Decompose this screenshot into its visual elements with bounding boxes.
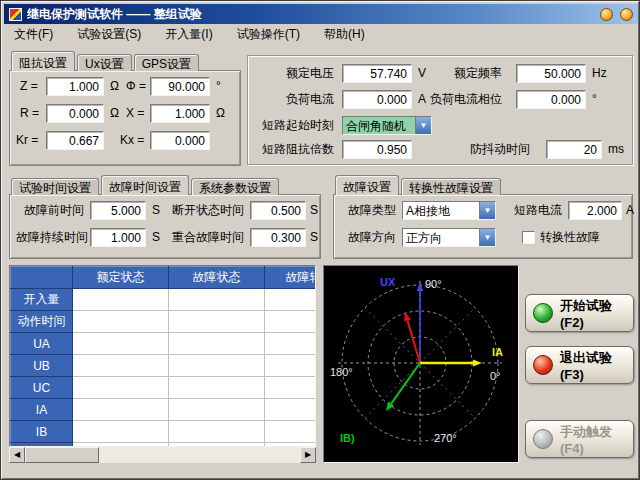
short-circuit-current-label: 短路电流 <box>514 201 562 220</box>
minimize-button[interactable] <box>600 8 613 21</box>
table-cell[interactable] <box>73 333 169 355</box>
rated-frequency-input[interactable] <box>516 64 586 83</box>
table-cell[interactable] <box>169 377 265 399</box>
menu-test-operation[interactable]: 试验操作(T) <box>237 26 300 43</box>
short-circuit-current-input[interactable] <box>568 201 622 220</box>
chevron-down-icon[interactable]: ▼ <box>479 229 495 246</box>
table-row[interactable]: UB <box>11 355 317 377</box>
x-input[interactable] <box>150 104 210 123</box>
open-state-time-label: 断开状态时间 <box>172 201 244 220</box>
table-cell[interactable] <box>73 399 169 421</box>
table-cell[interactable] <box>265 377 317 399</box>
open-state-time-input[interactable] <box>250 201 306 220</box>
tab-fault-time-settings[interactable]: 故障时间设置 <box>101 175 189 195</box>
table-hscrollbar[interactable]: ◀ ▶ <box>9 447 316 463</box>
table-row[interactable]: 动作时间 <box>11 311 317 333</box>
title-bar[interactable]: 继电保护测试软件 —— 整组试验 <box>4 4 638 24</box>
chevron-down-icon[interactable]: ▼ <box>479 202 495 219</box>
fault-direction-combo[interactable]: 正方向 ▼ <box>402 228 496 247</box>
menu-help[interactable]: 帮助(H) <box>324 26 365 43</box>
short-circuit-start-combo[interactable]: 合闸角随机 ▼ <box>342 116 432 135</box>
close-button[interactable] <box>620 8 633 21</box>
scrollbar-track[interactable] <box>99 447 300 463</box>
table-cell[interactable] <box>169 311 265 333</box>
load-phase-label: 负荷电流相位 <box>430 90 502 109</box>
rated-voltage-input[interactable] <box>342 64 412 83</box>
table-row[interactable]: IB <box>11 421 317 443</box>
app-icon <box>9 8 22 21</box>
pre-fault-time-input[interactable] <box>90 201 146 220</box>
table-cell[interactable] <box>265 399 317 421</box>
table-row[interactable]: UC <box>11 377 317 399</box>
exit-test-icon <box>533 355 553 375</box>
table-cell[interactable] <box>169 355 265 377</box>
table-cell[interactable] <box>169 421 265 443</box>
header-fault-transition: 故障转换 <box>265 267 317 289</box>
kr-input[interactable] <box>46 131 104 150</box>
convertible-fault-checkbox[interactable] <box>522 231 535 244</box>
rated-voltage-unit: V <box>418 64 426 83</box>
table-cell[interactable] <box>169 399 265 421</box>
debounce-time-label: 防抖动时间 <box>470 140 530 159</box>
fault-direction-value: 正方向 <box>403 229 479 246</box>
tab-fault-settings[interactable]: 故障设置 <box>335 175 399 195</box>
tab-system-param-settings[interactable]: 系统参数设置 <box>191 178 279 195</box>
ib-vector <box>386 363 420 411</box>
window-title: 继电保护测试软件 —— 整组试验 <box>27 6 593 23</box>
fault-tabstrip: 故障设置 转换性故障设置 <box>335 175 503 195</box>
short-circuit-start-label: 短路起始时刻 <box>262 116 334 135</box>
table-row[interactable]: 开入量 <box>11 289 317 311</box>
r-input[interactable] <box>46 104 104 123</box>
menu-test-settings[interactable]: 试验设置(S) <box>77 26 141 43</box>
table-row[interactable]: IA <box>11 399 317 421</box>
menu-bar: 文件(F) 试验设置(S) 开入量(I) 试验操作(T) 帮助(H) <box>4 25 638 44</box>
table-cell[interactable] <box>265 311 317 333</box>
menu-digital-input[interactable]: 开入量(I) <box>165 26 212 43</box>
table-cell[interactable] <box>169 289 265 311</box>
exit-test-button[interactable]: 退出试验(F3) <box>525 346 634 384</box>
tab-test-time-settings[interactable]: 试验时间设置 <box>11 178 99 195</box>
load-phase-input[interactable] <box>516 90 586 109</box>
kx-input[interactable] <box>150 131 210 150</box>
z-input[interactable] <box>46 77 104 96</box>
deg270-label: 270° <box>434 432 457 444</box>
fault-duration-input[interactable] <box>90 228 146 247</box>
table-row[interactable]: UA <box>11 333 317 355</box>
tab-impedance-settings[interactable]: 阻抗设置 <box>11 51 75 71</box>
table-cell[interactable] <box>73 289 169 311</box>
reclose-fault-time-input[interactable] <box>250 228 306 247</box>
start-test-icon <box>533 303 553 323</box>
results-table[interactable]: 额定状态 故障状态 故障转换 开入量 动作时间 UA UB UC IA IB I… <box>9 265 316 447</box>
start-test-button[interactable]: 开始试验(F2) <box>525 294 634 332</box>
table-cell[interactable] <box>169 333 265 355</box>
tab-ux-settings[interactable]: Ux设置 <box>77 54 132 71</box>
scrollbar-thumb[interactable] <box>25 447 99 463</box>
load-current-input[interactable] <box>342 90 412 109</box>
chevron-down-icon[interactable]: ▼ <box>415 117 431 134</box>
tab-convertible-fault-settings[interactable]: 转换性故障设置 <box>401 178 501 195</box>
tab-gps-settings[interactable]: GPS设置 <box>134 54 199 71</box>
phi-unit: ° <box>216 77 221 96</box>
table-cell[interactable] <box>265 333 317 355</box>
timing-tabbox: 试验时间设置 故障时间设置 系统参数设置 故障前时间 S 断开状态时间 S 故障… <box>9 175 321 259</box>
table-cell[interactable] <box>265 355 317 377</box>
z-label: Z = <box>20 77 38 96</box>
impedance-multiple-input[interactable] <box>342 140 412 159</box>
table-cell[interactable] <box>73 421 169 443</box>
table-cell[interactable] <box>265 421 317 443</box>
manual-trigger-button[interactable]: 手动触发(F4) <box>525 420 634 458</box>
menu-file[interactable]: 文件(F) <box>14 26 53 43</box>
scroll-right-icon[interactable]: ▶ <box>300 447 316 463</box>
table-cell[interactable] <box>73 355 169 377</box>
scroll-left-icon[interactable]: ◀ <box>9 447 25 463</box>
phi-input[interactable] <box>150 77 210 96</box>
table-cell[interactable] <box>73 311 169 333</box>
reclose-fault-time-label: 重合故障时间 <box>172 228 244 247</box>
table-cell[interactable] <box>265 289 317 311</box>
fault-type-combo[interactable]: A相接地 ▼ <box>402 201 496 220</box>
z-unit: Ω <box>110 77 119 96</box>
table-cell[interactable] <box>73 377 169 399</box>
debounce-time-input[interactable] <box>546 140 602 159</box>
row-label: IB <box>11 421 73 443</box>
header-rated-state: 额定状态 <box>73 267 169 289</box>
